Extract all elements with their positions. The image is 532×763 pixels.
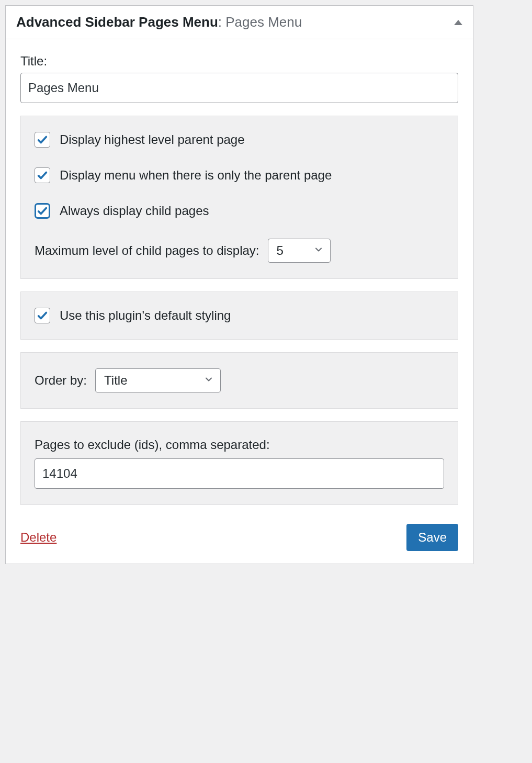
check-icon xyxy=(37,310,48,321)
default-styling-label[interactable]: Use this plugin's default styling xyxy=(60,308,231,323)
order-by-label: Order by: xyxy=(35,373,87,388)
order-by-select[interactable]: Title xyxy=(95,368,221,392)
always-children-row: Always display child pages xyxy=(35,203,444,219)
chevron-down-icon xyxy=(203,373,214,388)
widget-subtitle-text: Pages Menu xyxy=(225,14,302,30)
exclude-input[interactable] xyxy=(35,458,444,489)
chevron-down-icon xyxy=(313,243,324,258)
widget-container: Advanced Sidebar Pages Menu: Pages Menu … xyxy=(5,5,473,564)
order-by-row: Order by: Title xyxy=(35,368,444,392)
always-children-label[interactable]: Always display child pages xyxy=(60,204,209,218)
exclude-section: Pages to exclude (ids), comma separated: xyxy=(20,421,458,505)
order-by-value: Title xyxy=(104,373,127,387)
display-options-section: Display highest level parent page Displa… xyxy=(20,116,458,279)
exclude-label: Pages to exclude (ids), comma separated: xyxy=(35,437,444,452)
only-parent-checkbox[interactable] xyxy=(35,167,50,183)
check-icon xyxy=(37,134,48,145)
max-level-value: 5 xyxy=(277,243,284,257)
always-children-checkbox[interactable] xyxy=(35,203,50,219)
check-icon xyxy=(37,205,48,217)
title-input[interactable] xyxy=(20,73,458,103)
default-styling-checkbox[interactable] xyxy=(35,308,50,323)
save-button[interactable]: Save xyxy=(406,524,458,551)
delete-link[interactable]: Delete xyxy=(20,530,56,545)
title-label: Title: xyxy=(20,54,458,69)
order-section: Order by: Title xyxy=(20,352,458,409)
widget-body: Title: Display highest level parent page xyxy=(6,39,473,515)
max-level-select[interactable]: 5 xyxy=(268,239,331,263)
styling-section: Use this plugin's default styling xyxy=(20,291,458,340)
highest-parent-row: Display highest level parent page xyxy=(35,132,444,148)
check-icon xyxy=(37,170,48,181)
widget-footer: Delete Save xyxy=(6,515,473,564)
only-parent-row: Display menu when there is only the pare… xyxy=(35,167,444,183)
widget-title-main: Advanced Sidebar Pages Menu xyxy=(16,14,218,30)
max-level-row: Maximum level of child pages to display:… xyxy=(35,239,444,263)
collapse-toggle-icon[interactable] xyxy=(454,18,462,27)
widget-title: Advanced Sidebar Pages Menu: Pages Menu xyxy=(16,14,302,30)
only-parent-label[interactable]: Display menu when there is only the pare… xyxy=(60,168,332,183)
default-styling-row: Use this plugin's default styling xyxy=(35,308,444,323)
widget-title-subtitle: : Pages Menu xyxy=(218,14,302,30)
highest-parent-label[interactable]: Display highest level parent page xyxy=(60,132,245,147)
highest-parent-checkbox[interactable] xyxy=(35,132,50,148)
max-level-label: Maximum level of child pages to display: xyxy=(35,243,259,258)
widget-header[interactable]: Advanced Sidebar Pages Menu: Pages Menu xyxy=(6,6,473,39)
